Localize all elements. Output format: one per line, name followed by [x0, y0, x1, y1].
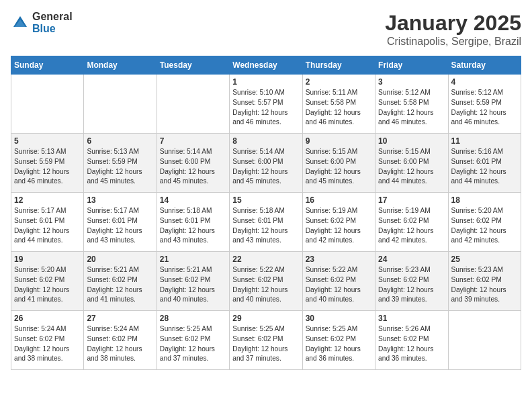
day-info: Sunrise: 5:15 AMSunset: 6:00 PMDaylight:… [306, 147, 372, 187]
day-info: Sunrise: 5:23 AMSunset: 6:02 PMDaylight:… [378, 265, 445, 305]
day-info: Sunrise: 5:14 AMSunset: 6:00 PMDaylight:… [160, 147, 226, 187]
calendar-cell [11, 75, 84, 134]
calendar-week-row: 26Sunrise: 5:24 AMSunset: 6:02 PMDayligh… [11, 311, 521, 370]
day-number: 21 [160, 255, 226, 264]
calendar-table: SundayMondayTuesdayWednesdayThursdayFrid… [11, 56, 521, 370]
day-info: Sunrise: 5:25 AMSunset: 6:02 PMDaylight:… [232, 324, 299, 364]
calendar-cell: 18Sunrise: 5:20 AMSunset: 6:02 PMDayligh… [448, 193, 521, 252]
day-number: 27 [87, 314, 153, 323]
calendar-cell: 7Sunrise: 5:14 AMSunset: 6:00 PMDaylight… [157, 134, 229, 193]
calendar-cell [448, 311, 521, 370]
day-info: Sunrise: 5:12 AMSunset: 5:59 PMDaylight:… [451, 88, 518, 128]
day-info: Sunrise: 5:23 AMSunset: 6:02 PMDaylight:… [451, 265, 518, 305]
day-number: 15 [232, 195, 299, 205]
day-number: 20 [87, 255, 153, 264]
calendar-cell [84, 75, 157, 134]
calendar-cell: 17Sunrise: 5:19 AMSunset: 6:02 PMDayligh… [375, 193, 448, 252]
day-info: Sunrise: 5:20 AMSunset: 6:02 PMDaylight:… [14, 265, 81, 305]
day-number: 24 [378, 255, 445, 264]
logo-blue: Blue [32, 23, 73, 35]
calendar-cell: 31Sunrise: 5:26 AMSunset: 6:02 PMDayligh… [375, 311, 448, 370]
calendar-cell [157, 75, 229, 134]
day-number: 28 [160, 314, 226, 323]
weekday-header-row: SundayMondayTuesdayWednesdayThursdayFrid… [11, 56, 521, 75]
day-info: Sunrise: 5:25 AMSunset: 6:02 PMDaylight:… [160, 324, 226, 364]
day-info: Sunrise: 5:13 AMSunset: 5:59 PMDaylight:… [14, 147, 81, 187]
calendar-week-row: 5Sunrise: 5:13 AMSunset: 5:59 PMDaylight… [11, 134, 521, 193]
calendar-cell: 3Sunrise: 5:12 AMSunset: 5:58 PMDaylight… [375, 75, 448, 134]
day-number: 1 [232, 77, 299, 87]
weekday-header: Friday [375, 56, 448, 75]
calendar-cell: 15Sunrise: 5:18 AMSunset: 6:01 PMDayligh… [230, 193, 302, 252]
calendar-week-row: 19Sunrise: 5:20 AMSunset: 6:02 PMDayligh… [11, 252, 521, 311]
day-info: Sunrise: 5:17 AMSunset: 6:01 PMDaylight:… [87, 206, 153, 246]
calendar-cell: 9Sunrise: 5:15 AMSunset: 6:00 PMDaylight… [302, 134, 375, 193]
calendar-subtitle: Cristinapolis, Sergipe, Brazil [385, 36, 521, 48]
logo-text: General Blue [32, 11, 73, 34]
calendar-cell: 26Sunrise: 5:24 AMSunset: 6:02 PMDayligh… [11, 311, 84, 370]
day-info: Sunrise: 5:15 AMSunset: 6:00 PMDaylight:… [378, 147, 445, 187]
logo-icon [11, 13, 30, 32]
day-info: Sunrise: 5:22 AMSunset: 6:02 PMDaylight:… [306, 265, 372, 305]
day-info: Sunrise: 5:21 AMSunset: 6:02 PMDaylight:… [87, 265, 153, 305]
day-number: 3 [378, 77, 445, 87]
day-info: Sunrise: 5:26 AMSunset: 6:02 PMDaylight:… [378, 324, 445, 364]
weekday-header: Thursday [302, 56, 375, 75]
calendar-cell: 23Sunrise: 5:22 AMSunset: 6:02 PMDayligh… [302, 252, 375, 311]
day-info: Sunrise: 5:11 AMSunset: 5:58 PMDaylight:… [306, 88, 372, 128]
logo-general: General [32, 11, 73, 23]
calendar-cell: 11Sunrise: 5:16 AMSunset: 6:01 PMDayligh… [448, 134, 521, 193]
calendar-cell: 25Sunrise: 5:23 AMSunset: 6:02 PMDayligh… [448, 252, 521, 311]
logo: General Blue [11, 11, 73, 34]
day-number: 17 [378, 195, 445, 205]
calendar-cell: 28Sunrise: 5:25 AMSunset: 6:02 PMDayligh… [157, 311, 229, 370]
calendar-cell: 29Sunrise: 5:25 AMSunset: 6:02 PMDayligh… [230, 311, 302, 370]
day-info: Sunrise: 5:18 AMSunset: 6:01 PMDaylight:… [160, 206, 226, 246]
day-info: Sunrise: 5:19 AMSunset: 6:02 PMDaylight:… [306, 206, 372, 246]
calendar-cell: 6Sunrise: 5:13 AMSunset: 5:59 PMDaylight… [84, 134, 157, 193]
day-number: 22 [232, 255, 299, 264]
calendar-week-row: 1Sunrise: 5:10 AMSunset: 5:57 PMDaylight… [11, 75, 521, 134]
day-info: Sunrise: 5:14 AMSunset: 6:00 PMDaylight:… [232, 147, 299, 187]
day-number: 31 [378, 314, 445, 323]
page-header: General Blue January 2025 Cristinapolis,… [11, 11, 521, 48]
day-info: Sunrise: 5:20 AMSunset: 6:02 PMDaylight:… [451, 206, 518, 246]
calendar-cell: 4Sunrise: 5:12 AMSunset: 5:59 PMDaylight… [448, 75, 521, 134]
day-info: Sunrise: 5:13 AMSunset: 5:59 PMDaylight:… [87, 147, 153, 187]
day-number: 7 [160, 136, 226, 146]
day-number: 30 [306, 314, 372, 323]
calendar-cell: 22Sunrise: 5:22 AMSunset: 6:02 PMDayligh… [230, 252, 302, 311]
weekday-header: Sunday [11, 56, 84, 75]
day-info: Sunrise: 5:25 AMSunset: 6:02 PMDaylight:… [306, 324, 372, 364]
day-number: 13 [87, 195, 153, 205]
calendar-cell: 30Sunrise: 5:25 AMSunset: 6:02 PMDayligh… [302, 311, 375, 370]
calendar-cell: 20Sunrise: 5:21 AMSunset: 6:02 PMDayligh… [84, 252, 157, 311]
day-number: 11 [451, 136, 518, 146]
day-number: 5 [14, 136, 81, 146]
day-number: 4 [451, 77, 518, 87]
title-block: January 2025 Cristinapolis, Sergipe, Bra… [385, 11, 521, 48]
day-number: 14 [160, 195, 226, 205]
calendar-cell: 5Sunrise: 5:13 AMSunset: 5:59 PMDaylight… [11, 134, 84, 193]
weekday-header: Tuesday [157, 56, 229, 75]
day-info: Sunrise: 5:18 AMSunset: 6:01 PMDaylight:… [232, 206, 299, 246]
day-info: Sunrise: 5:22 AMSunset: 6:02 PMDaylight:… [232, 265, 299, 305]
day-number: 18 [451, 195, 518, 205]
calendar-cell: 14Sunrise: 5:18 AMSunset: 6:01 PMDayligh… [157, 193, 229, 252]
day-info: Sunrise: 5:16 AMSunset: 6:01 PMDaylight:… [451, 147, 518, 187]
day-number: 19 [14, 255, 81, 264]
day-number: 9 [306, 136, 372, 146]
calendar-cell: 10Sunrise: 5:15 AMSunset: 6:00 PMDayligh… [375, 134, 448, 193]
calendar-cell: 16Sunrise: 5:19 AMSunset: 6:02 PMDayligh… [302, 193, 375, 252]
day-info: Sunrise: 5:17 AMSunset: 6:01 PMDaylight:… [14, 206, 81, 246]
calendar-cell: 19Sunrise: 5:20 AMSunset: 6:02 PMDayligh… [11, 252, 84, 311]
day-info: Sunrise: 5:12 AMSunset: 5:58 PMDaylight:… [378, 88, 445, 128]
day-number: 8 [232, 136, 299, 146]
weekday-header: Wednesday [230, 56, 302, 75]
day-number: 25 [451, 255, 518, 264]
day-info: Sunrise: 5:24 AMSunset: 6:02 PMDaylight:… [87, 324, 153, 364]
weekday-header: Monday [84, 56, 157, 75]
calendar-cell: 1Sunrise: 5:10 AMSunset: 5:57 PMDaylight… [230, 75, 302, 134]
calendar-cell: 21Sunrise: 5:21 AMSunset: 6:02 PMDayligh… [157, 252, 229, 311]
calendar-cell: 13Sunrise: 5:17 AMSunset: 6:01 PMDayligh… [84, 193, 157, 252]
